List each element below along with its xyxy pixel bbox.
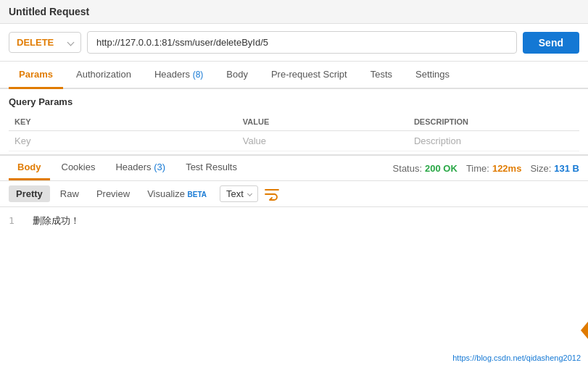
query-params-title: Query Params [9, 96, 579, 107]
footer-link[interactable]: https://blog.csdn.net/qidasheng2012 [452, 354, 581, 362]
format-tab-preview[interactable]: Preview [89, 185, 137, 202]
tab-tests[interactable]: Tests [360, 62, 402, 89]
request-tabs: Params Authorization Headers (8) Body Pr… [0, 62, 588, 89]
status-value: 200 OK [425, 163, 457, 174]
method-label: DELETE [17, 37, 54, 48]
size-label: Size: [530, 163, 551, 174]
table-row: Key Value Description [9, 131, 579, 151]
param-value-cell[interactable]: Value [237, 131, 408, 151]
format-tab-pretty[interactable]: Pretty [9, 185, 50, 202]
page-title: Untitled Request [9, 6, 89, 17]
text-format-label: Text [226, 188, 244, 199]
col-header-value: VALUE [237, 113, 408, 131]
size-meta: Size: 131 B [530, 163, 579, 174]
line-number: 1 [9, 215, 27, 226]
params-table: KEY VALUE DESCRIPTION Key Value Desc [9, 113, 579, 151]
resp-tab-headers[interactable]: Headers (3) [107, 156, 174, 180]
body-format-bar: Pretty Raw Preview Visualize BETA Text [0, 181, 588, 207]
format-tab-visualize[interactable]: Visualize BETA [140, 185, 214, 202]
response-meta: Status: 200 OK Time: 122ms Size: 131 B [393, 160, 579, 177]
url-bar: DELETE Send [0, 24, 588, 62]
time-label: Time: [466, 163, 489, 174]
tab-settings[interactable]: Settings [405, 62, 460, 89]
chevron-down-icon [67, 39, 75, 46]
tab-prerequest[interactable]: Pre-request Script [261, 62, 357, 89]
response-body: 1 删除成功！ [0, 207, 588, 235]
resp-tab-body[interactable]: Body [9, 156, 50, 180]
response-section: Body Cookies Headers (3) Test Results St… [0, 154, 588, 235]
tab-headers[interactable]: Headers (8) [144, 62, 213, 89]
tab-body[interactable]: Body [216, 62, 258, 89]
response-tabs: Body Cookies Headers (3) Test Results [9, 156, 393, 180]
wrap-icon[interactable] [264, 188, 280, 201]
url-input[interactable] [87, 31, 517, 54]
time-value: 122ms [492, 163, 521, 174]
col-header-key: KEY [9, 113, 237, 131]
resp-tab-testresults[interactable]: Test Results [177, 156, 246, 180]
method-dropdown[interactable]: DELETE [9, 32, 81, 53]
text-format-select[interactable]: Text [220, 185, 258, 202]
tab-authorization[interactable]: Authorization [66, 62, 141, 89]
param-key-cell[interactable]: Key [9, 131, 237, 151]
response-tabs-bar: Body Cookies Headers (3) Test Results St… [0, 156, 588, 181]
chevron-down-icon [247, 191, 252, 196]
param-description-cell[interactable]: Description [408, 131, 579, 151]
title-bar: Untitled Request [0, 0, 588, 24]
orange-arrow-icon [581, 322, 588, 339]
time-meta: Time: 122ms [466, 163, 522, 174]
send-button[interactable]: Send [523, 32, 579, 54]
beta-badge: BETA [188, 191, 207, 198]
col-header-description: DESCRIPTION [408, 113, 579, 131]
resp-tab-cookies[interactable]: Cookies [53, 156, 104, 180]
format-tab-raw[interactable]: Raw [53, 185, 86, 202]
size-value: 131 B [554, 163, 579, 174]
tab-params[interactable]: Params [9, 62, 63, 89]
body-content: 删除成功！ [33, 215, 80, 226]
status-label: Status: [393, 163, 422, 174]
query-params-section: Query Params KEY VALUE DESCRIPTION Key [0, 89, 588, 151]
status-meta: Status: 200 OK [393, 163, 457, 174]
